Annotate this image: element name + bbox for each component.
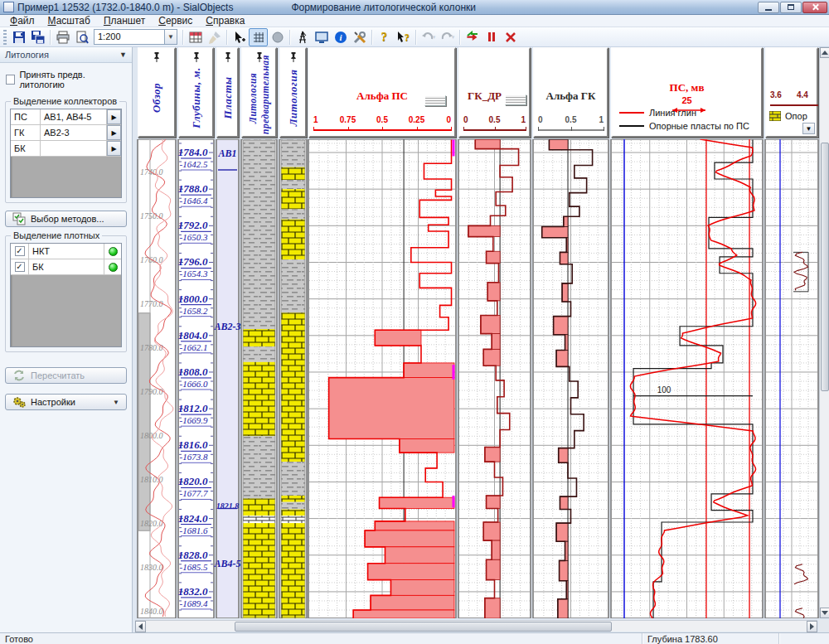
collectors-group-title: Выделение коллекторов [11, 96, 119, 106]
header-alpha-gk[interactable]: Альфа ГК 00.51 [533, 47, 608, 138]
methods-button-label: Выбор методов... [31, 214, 104, 224]
svg-text:1821.8: 1821.8 [216, 501, 240, 511]
record-button[interactable] [268, 28, 287, 46]
svg-text:1830.0: 1830.0 [140, 563, 163, 572]
scroll-down-button[interactable] [820, 608, 829, 618]
dense-row[interactable]: ✓БК [11, 259, 121, 275]
scale-value[interactable]: 1:200 [94, 29, 165, 45]
header-right-partial[interactable]: 3.6 4.4 Опор ▼ [765, 47, 818, 138]
settings-button[interactable]: Настройки ▼ [5, 394, 127, 410]
print-icon [56, 31, 70, 44]
svg-text:-1689.4: -1689.4 [180, 598, 208, 608]
context-help-button[interactable]: ? [394, 28, 413, 46]
dense-checkbox[interactable]: ✓ [15, 262, 25, 272]
accept-prelim-checkbox[interactable] [6, 75, 15, 85]
info-button[interactable]: i [331, 28, 350, 46]
menu-item-3[interactable]: Сервис [152, 15, 199, 27]
panel-header[interactable]: Литология ▼ [0, 47, 132, 63]
scroll-right-button[interactable] [807, 621, 817, 632]
table-style-icon [189, 31, 202, 44]
collector-row[interactable]: ПСАВ1, АВ4-5▶ [11, 109, 121, 125]
header-plasts[interactable]: Пласты [216, 47, 239, 138]
vertical-scroll-thumb[interactable] [821, 143, 829, 391]
dense-row[interactable]: ✓НКТ [11, 244, 121, 259]
restore-button[interactable] [780, 2, 802, 13]
settings-dropdown-icon[interactable]: ▼ [113, 399, 119, 406]
window-title: Пример1 12532 (1732.0-1840.0 m) - SialOb… [17, 2, 233, 13]
svg-text:1760.0: 1760.0 [140, 255, 163, 264]
right-label: Опор [785, 111, 807, 121]
svg-text:АВ4-5: АВ4-5 [213, 558, 240, 569]
close-button[interactable] [802, 2, 827, 13]
collector-value[interactable]: АВ1, АВ4-5 [41, 109, 107, 124]
table-style-button[interactable] [186, 28, 205, 46]
collector-expand-icon[interactable]: ▶ [107, 141, 121, 156]
dense-checkbox[interactable]: ✓ [15, 246, 25, 256]
collectors-table[interactable]: ПСАВ1, АВ4-5▶ГКАВ2-3▶БК▶ [10, 109, 122, 198]
gk-dr-slider[interactable] [505, 94, 526, 105]
record-icon [272, 31, 284, 43]
screen-button[interactable] [312, 28, 331, 46]
scale-combobox[interactable]: 1:200 ▼ [94, 29, 177, 45]
tools-button[interactable] [350, 28, 369, 46]
print-button[interactable] [53, 28, 72, 46]
collector-row[interactable]: ГКАВ2-3▶ [11, 125, 121, 141]
svg-text:100: 100 [657, 385, 671, 395]
collector-value[interactable] [41, 141, 107, 156]
header-lithology[interactable]: Литология [279, 47, 307, 138]
ref-plasts-swatch [619, 125, 644, 127]
header-overview[interactable]: Обзор [138, 47, 176, 138]
minimize-button[interactable] [758, 2, 779, 13]
header-alpha-ps[interactable]: Альфа ПС 10.750.50.250 [308, 47, 456, 138]
menu-item-1[interactable]: Масштаб [41, 15, 97, 27]
right-dropdown-icon[interactable]: ▼ [802, 123, 815, 134]
header-lithology-prelim[interactable]: Литология предварительная [241, 47, 277, 138]
svg-text:?: ? [405, 31, 410, 43]
combo-dropdown-icon[interactable]: ▼ [165, 29, 177, 45]
scroll-up-button[interactable] [820, 47, 829, 58]
dense-table[interactable]: ✓НКТ✓БК [10, 243, 122, 347]
alpha-ps-slider[interactable] [424, 95, 446, 106]
select-mode-button[interactable] [230, 28, 249, 46]
collector-method: ГК [11, 125, 41, 140]
header-lithology-label: Литология [287, 69, 300, 126]
horizontal-scroll-thumb[interactable] [235, 622, 612, 632]
toolbar: 1:200 ▼ i ? [0, 27, 829, 47]
horizontal-scrollbar[interactable] [135, 620, 817, 632]
menu-item-2[interactable]: Планшет [97, 15, 152, 27]
dense-label: НКТ [29, 244, 104, 259]
stop-button[interactable] [501, 28, 520, 46]
undo-button[interactable]: ▾ [419, 28, 438, 46]
help-button[interactable]: ? [375, 28, 394, 46]
collector-value[interactable]: АВ2-3 [41, 125, 107, 140]
print-preview-button[interactable] [72, 28, 91, 46]
header-overview-label: Обзор [150, 83, 163, 113]
recalculate-button[interactable]: Пересчитать [5, 367, 127, 384]
header-ps[interactable]: ПС, мв 25 Линия глин Опорные пласты по П… [611, 47, 763, 138]
collector-expand-icon[interactable]: ▶ [107, 109, 121, 124]
vertical-scrollbar[interactable] [819, 47, 829, 618]
save-button[interactable] [9, 28, 28, 46]
stop-x-icon [505, 31, 516, 43]
accept-prelim-label: Принять предв. литологию [19, 70, 126, 90]
svg-text:1812.0: 1812.0 [178, 402, 208, 414]
header-gk-dr[interactable]: ГК_ДР 00.51 [458, 47, 531, 138]
scroll-left-button[interactable] [135, 621, 146, 632]
save-all-button[interactable] [28, 28, 47, 46]
collector-row[interactable]: БК▶ [11, 141, 121, 157]
redo-button[interactable]: ▾ [438, 28, 457, 46]
well-button[interactable] [293, 28, 312, 46]
header-depths[interactable]: Глубины, м. [178, 47, 214, 138]
menu-item-4[interactable]: Справка [199, 15, 251, 27]
methods-checklist-icon [12, 212, 26, 225]
collector-expand-icon[interactable]: ▶ [107, 125, 121, 140]
process-button[interactable] [463, 28, 482, 46]
chevron-down-icon[interactable]: ▼ [119, 51, 127, 59]
grid-mode-button[interactable] [249, 28, 268, 46]
format-brush-button[interactable] [205, 28, 224, 46]
panel-title: Литология [5, 50, 49, 60]
pause-button[interactable] [482, 28, 501, 46]
menu-item-0[interactable]: Файл [3, 15, 41, 27]
methods-button[interactable]: Выбор методов... [5, 211, 127, 227]
collectors-group: Выделение коллекторов ПСАВ1, АВ4-5▶ГКАВ2… [5, 101, 127, 203]
